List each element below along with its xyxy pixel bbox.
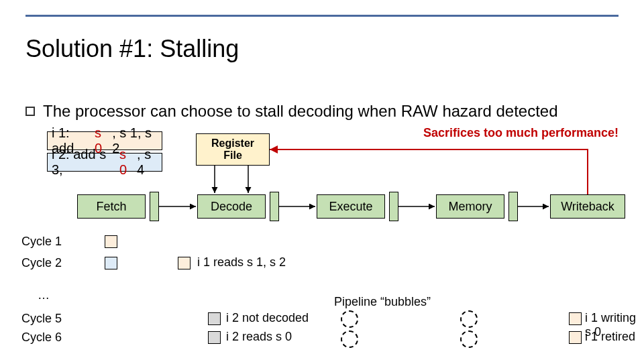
bullet-line: The processor can choose to stall decodi… bbox=[25, 102, 558, 121]
pipeline-latch bbox=[389, 192, 398, 221]
annot-reads-s1s2: i 1 reads s 1, s 2 bbox=[197, 255, 286, 269]
cycle-2-label: Cycle 2 bbox=[21, 256, 62, 270]
stage-memory: Memory bbox=[436, 194, 504, 219]
stage-execute: Execute bbox=[317, 194, 385, 219]
instruction-2: i 2: add s 3, s 0, s 4 bbox=[47, 153, 162, 172]
pipeline-latch bbox=[270, 192, 279, 221]
cycle-6-label: Cycle 6 bbox=[21, 330, 62, 345]
token-stall bbox=[208, 331, 221, 344]
annot-not-decoded: i 2 not decoded bbox=[226, 311, 309, 325]
stage-writeback: Writeback bbox=[550, 194, 625, 219]
token-i1-decode bbox=[178, 257, 191, 269]
stage-fetch: Fetch bbox=[77, 194, 146, 219]
bullet-text: The processor can choose to stall decodi… bbox=[43, 102, 558, 121]
annot-reads-s0: i 2 reads s 0 bbox=[226, 330, 292, 344]
slide-title: Solution #1: Stalling bbox=[25, 35, 239, 63]
register-file-box: Register File bbox=[196, 133, 270, 166]
bubble-icon bbox=[341, 310, 358, 328]
bubble-icon bbox=[341, 330, 358, 348]
bubble-icon bbox=[460, 330, 478, 348]
annot-retired: i 1 retired bbox=[585, 330, 635, 344]
regfile-l1: Register bbox=[197, 137, 269, 149]
pipeline-latch bbox=[508, 192, 518, 221]
token-stall bbox=[208, 312, 221, 325]
token-i1-writeback bbox=[569, 312, 582, 325]
cycle-5-label: Cycle 5 bbox=[21, 312, 62, 326]
token-i1-fetch bbox=[105, 235, 117, 248]
token-i2-fetch bbox=[105, 257, 117, 269]
regfile-l2: File bbox=[197, 149, 269, 162]
pipeline-latch bbox=[150, 192, 159, 221]
bubble-icon bbox=[460, 310, 478, 328]
pipeline-bubbles-label: Pipeline “bubbles” bbox=[334, 295, 431, 309]
token-i1-retired bbox=[569, 331, 582, 344]
header-rule bbox=[25, 15, 619, 17]
cycle-1-label: Cycle 1 bbox=[21, 235, 62, 249]
warning-text: Sacrifices too much performance! bbox=[423, 126, 619, 140]
stage-decode: Decode bbox=[197, 194, 266, 219]
bullet-icon bbox=[25, 107, 35, 116]
cycle-ellipsis: … bbox=[38, 288, 50, 302]
